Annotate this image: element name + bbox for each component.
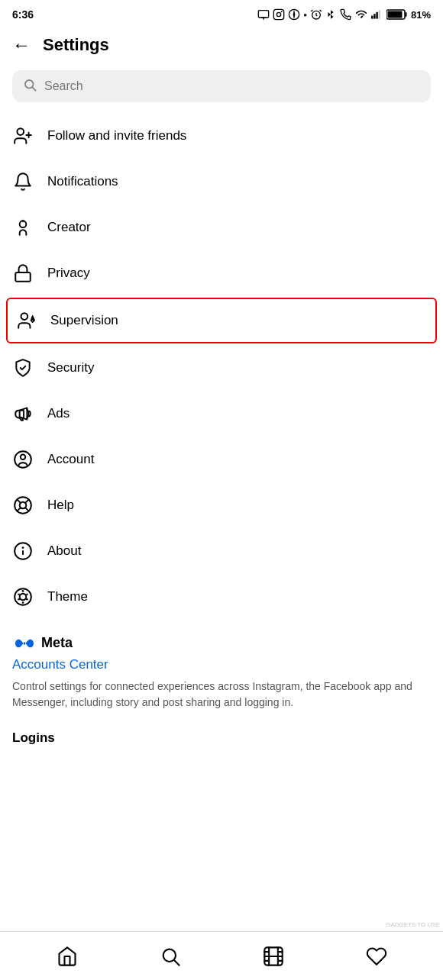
lifebuoy-icon: [12, 495, 34, 516]
person-shield-icon: [15, 310, 37, 331]
status-time-area: 6:36: [12, 8, 34, 21]
search-nav-icon: [160, 946, 181, 967]
meta-logo: Meta: [12, 635, 431, 651]
menu-item-account[interactable]: Account: [0, 437, 443, 482]
menu-label-notifications: Notifications: [47, 174, 118, 189]
wifi-icon: [354, 9, 368, 20]
nav-reels-button[interactable]: [251, 940, 296, 973]
svg-rect-0: [258, 11, 268, 18]
status-time: 6:36: [12, 8, 34, 21]
instagram-icon-bar: [273, 8, 285, 21]
svg-line-45: [174, 960, 179, 965]
svg-point-18: [17, 128, 24, 135]
svg-rect-12: [379, 10, 380, 18]
menu-item-supervision[interactable]: Supervision: [6, 298, 437, 343]
menu-list: Follow and invite friends Notifications …: [0, 113, 443, 620]
svg-point-42: [18, 598, 20, 601]
menu-item-ads[interactable]: Ads: [0, 391, 443, 437]
svg-rect-14: [405, 12, 406, 17]
svg-point-4: [276, 12, 280, 16]
svg-point-41: [22, 601, 24, 604]
page-title: Settings: [43, 35, 109, 55]
svg-point-26: [21, 455, 26, 460]
status-icons: ● 81%: [257, 8, 431, 21]
svg-line-32: [17, 508, 21, 511]
svg-rect-9: [371, 16, 373, 19]
svg-line-30: [25, 508, 29, 511]
logins-heading: Logins: [0, 730, 443, 753]
menu-label-account: Account: [47, 452, 94, 467]
search-container: [0, 63, 443, 113]
menu-item-theme[interactable]: Theme: [0, 574, 443, 620]
bluetooth-icon: [325, 9, 336, 20]
meta-description: Control settings for connected experienc…: [12, 679, 431, 711]
svg-line-31: [25, 499, 29, 503]
search-icon: [23, 78, 37, 95]
alarm-icon: [310, 8, 322, 21]
svg-marker-7: [293, 9, 296, 19]
menu-item-creator[interactable]: Creator: [0, 205, 443, 250]
menu-item-notifications[interactable]: Notifications: [0, 159, 443, 205]
svg-point-40: [26, 598, 28, 601]
svg-point-43: [18, 593, 20, 595]
battery-icon: [386, 9, 408, 20]
palette-icon: [12, 586, 34, 608]
menu-item-help[interactable]: Help: [0, 482, 443, 528]
menu-item-follow-invite[interactable]: Follow and invite friends: [0, 113, 443, 159]
home-icon: [57, 946, 78, 967]
svg-rect-3: [273, 9, 283, 19]
menu-item-about[interactable]: About: [0, 528, 443, 574]
dot-icon: ●: [303, 11, 307, 18]
svg-rect-10: [373, 14, 375, 18]
bottom-nav: [0, 931, 443, 980]
svg-point-37: [20, 594, 27, 601]
bell-icon: [12, 171, 34, 192]
svg-point-23: [21, 313, 28, 320]
compass-icon-bar: [288, 8, 300, 21]
search-bar: [12, 70, 431, 102]
meta-logo-icon: [12, 636, 37, 651]
menu-label-security: Security: [47, 360, 94, 376]
call-icon: [339, 8, 351, 21]
lock-icon: [12, 263, 34, 284]
person-add-icon: [12, 125, 34, 147]
header: ← Settings: [0, 27, 443, 63]
menu-label-creator: Creator: [47, 220, 91, 235]
menu-label-theme: Theme: [47, 589, 88, 604]
person-circle-icon: [12, 449, 34, 470]
nav-heart-button[interactable]: [354, 940, 399, 973]
shield-check-icon: [12, 357, 34, 379]
back-button[interactable]: ←: [12, 36, 31, 54]
svg-point-38: [22, 590, 24, 592]
signal-icon: [371, 9, 383, 20]
menu-label-supervision: Supervision: [50, 313, 118, 328]
info-circle-icon: [12, 540, 34, 562]
notification-icon-bar: [257, 8, 270, 21]
search-input[interactable]: [44, 79, 420, 93]
nav-search-button[interactable]: [147, 940, 193, 973]
svg-rect-22: [15, 272, 31, 282]
menu-label-follow-invite: Follow and invite friends: [47, 128, 186, 143]
menu-item-privacy[interactable]: Privacy: [0, 250, 443, 296]
svg-point-5: [281, 11, 283, 12]
heart-icon: [366, 946, 387, 967]
menu-label-privacy: Privacy: [47, 266, 90, 281]
star-person-icon: [12, 217, 34, 238]
nav-home-button[interactable]: [44, 940, 90, 973]
accounts-center-link[interactable]: Accounts Center: [12, 657, 431, 672]
menu-label-help: Help: [47, 498, 74, 513]
svg-line-17: [32, 87, 35, 90]
megaphone-icon: [12, 403, 34, 424]
meta-label: Meta: [41, 635, 73, 651]
menu-label-ads: Ads: [47, 406, 70, 421]
menu-item-security[interactable]: Security: [0, 345, 443, 391]
status-bar: 6:36 ● 81%: [0, 0, 443, 27]
watermark: GADGETS TO USE: [386, 921, 440, 928]
svg-point-39: [26, 593, 28, 595]
menu-label-about: About: [47, 543, 81, 559]
svg-point-21: [20, 221, 27, 227]
reels-icon: [263, 946, 284, 967]
svg-rect-11: [376, 12, 377, 19]
svg-rect-15: [387, 11, 402, 18]
battery-percent: 81%: [411, 9, 431, 21]
